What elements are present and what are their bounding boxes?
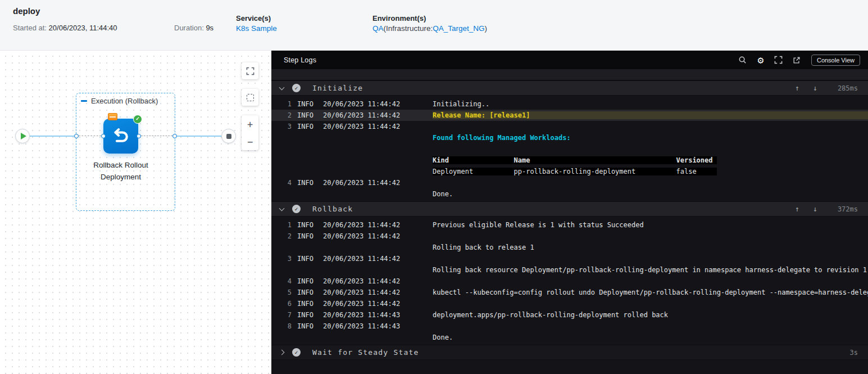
barrier-badge-icon [108,113,117,120]
log-section-header[interactable]: ✓Rollback↑↓372ms [271,201,868,217]
log-timestamp: 20/06/2023 11:44:43 [323,311,402,319]
log-line: Rolling back to release 1 [271,242,868,253]
log-settings-button[interactable]: ⚙ [752,53,770,67]
log-line-number: 1 [271,221,292,229]
scroll-to-top-icon[interactable]: ↑ [795,205,799,213]
scroll-to-top-icon[interactable]: ↑ [795,84,799,92]
log-timestamp: 20/06/2023 11:44:42 [323,100,402,108]
section-duration: 3s [832,349,858,357]
started-at: Started at: 20/06/2023, 11:44:40 [13,24,117,32]
collapse-minus-icon[interactable] [81,100,87,102]
log-level: INFO [297,221,317,229]
log-line-number: 4 [271,277,292,285]
zoom-to-fit-button[interactable] [242,62,258,79]
log-line: 2INFO20/06/2023 11:44:42 [271,231,868,242]
fullscreen-button[interactable] [770,53,788,67]
log-message: Deployment pp-rollback-rolling-deploymen… [433,168,717,175]
log-level: INFO [297,255,317,263]
services-label: Service(s) [236,14,271,22]
chevron-down-icon[interactable] [279,84,285,90]
log-timestamp: 20/06/2023 11:44:42 [323,289,402,296]
log-message: Initializing.. [433,100,868,108]
service-link[interactable]: K8s Sample [236,24,277,33]
log-line: 5INFO20/06/2023 11:44:42kubectl --kubeco… [271,287,868,298]
log-line-number: 3 [271,123,292,130]
log-level: INFO [297,100,317,108]
log-section-header[interactable]: ✓Wait for Steady State3s [271,345,868,360]
log-line: Found following Managed Workloads: [271,132,868,143]
log-timestamp: 20/06/2023 11:44:42 [323,300,402,308]
chevron-right-icon[interactable] [279,350,285,355]
edge-start-to-stage [30,136,74,137]
log-message: Done. [433,334,868,341]
log-level: INFO [297,111,317,119]
log-line: Done. [271,188,868,200]
log-timestamp: 20/06/2023 11:44:42 [323,255,402,263]
log-level: INFO [297,277,317,285]
step-logs-panel: Step Logs ⚙ Console View [271,51,868,374]
log-timestamp: 20/06/2023 11:44:42 [323,221,402,229]
environments-label: Environment(s) [372,14,426,22]
log-line: 3INFO20/06/2023 11:44:42 [271,121,868,132]
edge-port-icon [137,134,141,138]
search-icon [738,56,747,64]
service-value: K8s Sample [236,24,277,33]
edge-port-icon [101,134,106,138]
execution-header: deploy Started at: 20/06/2023, 11:44:40 … [0,0,868,51]
infrastructure-link[interactable]: QA_Target_NG [433,24,484,33]
log-line: Deployment pp-rollback-rolling-deploymen… [271,166,868,177]
environment-link[interactable]: QA [372,24,384,33]
edge-port-icon [172,134,177,138]
pipeline-execution-page: deploy Started at: 20/06/2023, 11:44:40 … [0,0,868,374]
environment-value: QA(Infrastructure:QA_Target_NG) [372,24,487,33]
open-in-new-button[interactable] [788,53,806,67]
log-line: 4INFO20/06/2023 11:44:42 [271,177,868,188]
log-line: 4INFO20/06/2023 11:44:42 [271,276,868,287]
section-duration: 372ms [832,205,858,213]
scroll-to-bottom-icon[interactable]: ↓ [813,205,817,213]
log-message: Previous eligible Release is 1 with stat… [433,221,868,229]
log-section-title: Wait for Steady State [312,348,419,357]
log-line-number: 2 [271,232,292,240]
log-line-number: 6 [271,300,292,308]
console-view-button[interactable]: Console View [811,55,860,66]
stage-collapse-toggle[interactable]: Execution (Rollback) [81,96,158,106]
started-at-value: 20/06/2023, 11:44:40 [49,24,117,32]
play-icon [21,133,26,139]
chevron-down-icon[interactable] [279,205,285,211]
log-timestamp: 20/06/2023 11:44:43 [323,322,402,330]
infrastructure-suffix: ) [485,24,488,33]
edge-stage-to-step [79,136,101,136]
duration-value: 9s [206,24,213,32]
step-logs-header: Step Logs ⚙ Console View [271,51,868,69]
log-timestamp: 20/06/2023 11:44:42 [323,123,402,130]
started-at-label: Started at: [13,24,49,32]
log-line: 7INFO20/06/2023 11:44:43deployment.apps/… [271,309,868,321]
stage-label: Execution (Rollback) [91,97,158,105]
marquee-select-button[interactable] [242,89,258,106]
end-node [221,129,236,143]
log-level: INFO [297,123,317,130]
gear-icon: ⚙ [758,55,764,65]
log-section-header[interactable]: ✓Initialize↑↓285ms [271,80,868,96]
stop-icon [226,134,231,139]
success-check-icon: ✓ [133,115,142,124]
log-line-number: 4 [271,179,292,187]
log-timestamp: 20/06/2023 11:44:42 [323,277,402,285]
pipeline-graph-canvas[interactable]: Execution (Rollback) ✓ Rollback Rollout … [0,51,271,374]
zoom-out-button[interactable]: − [242,133,258,150]
scroll-to-bottom-icon[interactable]: ↓ [813,84,817,92]
duration-label: Duration: [174,24,206,32]
step-logs-title: Step Logs [284,56,316,64]
dashed-square-icon [247,94,254,101]
search-button[interactable] [734,53,752,67]
log-line-number: 5 [271,289,292,296]
zoom-in-button[interactable]: + [242,115,258,133]
rollback-step-node[interactable]: ✓ [103,119,138,154]
log-toolbar-strip [271,69,868,80]
rollback-icon [110,125,131,147]
log-line-number: 1 [271,100,292,108]
expand-corners-icon [246,67,255,75]
fullscreen-icon [774,56,783,64]
log-timestamp: 20/06/2023 11:44:42 [323,111,402,119]
